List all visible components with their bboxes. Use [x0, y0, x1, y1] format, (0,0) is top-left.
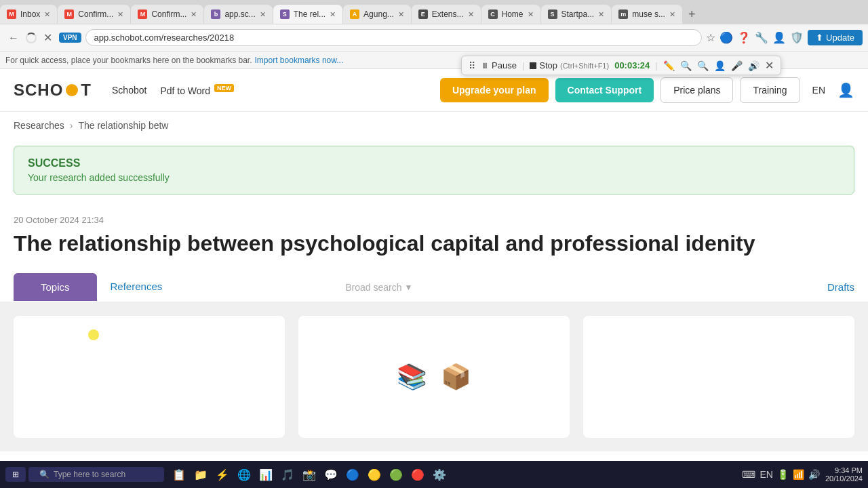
taskbar-icon-2[interactable]: 📁	[191, 465, 210, 484]
tray-icons: ⌨ EN 🔋 📶 🔊	[742, 469, 819, 480]
tray-icon-1[interactable]: ⌨	[742, 469, 755, 480]
address-bar[interactable]: app.schobot.com/researches/20218	[85, 29, 703, 46]
browser-tab-extensions[interactable]: E Extens... ✕	[412, 5, 481, 24]
separator2: |	[655, 60, 657, 70]
tab-close-icon[interactable]: ✕	[398, 10, 404, 19]
tray-icon-4[interactable]: 🔊	[808, 469, 820, 480]
volume-icon[interactable]: 🔊	[748, 60, 760, 71]
breadcrumb-researches[interactable]: Researches	[14, 120, 64, 131]
taskbar-icon-8[interactable]: 💬	[321, 465, 340, 484]
close-loading-button[interactable]: ✕	[41, 30, 55, 45]
taskbar-icon-9[interactable]: 🔵	[343, 465, 362, 484]
tab-close-icon[interactable]: ✕	[330, 10, 336, 19]
tab-close-icon[interactable]: ✕	[598, 10, 604, 19]
logo-text2: T	[81, 81, 92, 100]
extension-icon4[interactable]: 👤	[772, 31, 786, 44]
taskbar-icon-11[interactable]: 🟢	[387, 465, 406, 484]
extension-icon3[interactable]: 🔧	[755, 31, 768, 44]
extension-icon5[interactable]: 🛡️	[790, 31, 804, 44]
tab-topics[interactable]: Topics	[14, 273, 97, 301]
tab-label: Extens...	[432, 9, 464, 19]
browser-tab-startpage[interactable]: S Startpa... ✕	[541, 5, 612, 24]
extension-icon1[interactable]: 🔵	[719, 31, 733, 44]
extension-icon2[interactable]: ❓	[737, 31, 751, 44]
stop-button[interactable]: Stop (Ctrl+Shift+F1)	[530, 60, 609, 70]
nav-schobot[interactable]: Schobot	[112, 85, 146, 96]
browser-tab-home[interactable]: C Home ✕	[481, 5, 540, 24]
import-bookmarks-link[interactable]: Import bookmarks now...	[255, 56, 344, 65]
separator1: |	[522, 60, 524, 70]
contact-support-button[interactable]: Contact Support	[555, 78, 654, 102]
taskbar-icon-12[interactable]: 🔴	[408, 465, 427, 484]
recording-bar: ⠿ ⏸ Pause | Stop (Ctrl+Shift+F1) 00:03:2…	[461, 56, 781, 75]
clock-date: 20/10/2024	[825, 474, 863, 483]
browser-tab-confirm1[interactable]: M Confirm... ✕	[58, 5, 130, 24]
tray-icon-3[interactable]: 📶	[793, 469, 804, 480]
content-card-right	[583, 316, 854, 438]
app-header: SCHO T Schobot Pdf to Word NEW Upgrade y…	[0, 69, 868, 112]
zoom-out-icon[interactable]: 🔍	[697, 60, 709, 71]
content-area: 📚 📦	[0, 302, 868, 451]
taskbar-icon-3[interactable]: ⚡	[213, 465, 232, 484]
star-icon[interactable]: ☆	[706, 31, 715, 44]
browser-tab-gmail-inbox[interactable]: M Inbox ✕	[0, 5, 57, 24]
browser-tab-research-active[interactable]: S The rel... ✕	[273, 5, 342, 24]
browser-tab-agung[interactable]: A Agung... ✕	[343, 5, 411, 24]
taskbar-icon-1[interactable]: 📋	[170, 465, 189, 484]
stop-shortcut: (Ctrl+Shift+F1)	[560, 62, 609, 70]
app-content: SCHO T Schobot Pdf to Word NEW Upgrade y…	[0, 69, 868, 461]
taskbar-icon-6[interactable]: 🎵	[278, 465, 297, 484]
back-button[interactable]: ←	[5, 30, 22, 45]
broad-search-dropdown[interactable]: Broad search ▼	[345, 282, 412, 293]
start-button[interactable]: ⊞	[5, 467, 26, 482]
address-text: app.schobot.com/researches/20218	[94, 33, 235, 43]
tab-close-icon[interactable]: ✕	[117, 10, 123, 19]
recording-close-button[interactable]: ✕	[765, 59, 774, 72]
logo: SCHO T	[14, 81, 92, 100]
tray-icon-2[interactable]: 🔋	[777, 469, 789, 480]
taskbar-icon-10[interactable]: 🟡	[365, 465, 384, 484]
tab-close-icon[interactable]: ✕	[669, 10, 675, 19]
training-button[interactable]: Training	[740, 77, 800, 103]
browser-tab-schobot-app[interactable]: b app.sc... ✕	[204, 5, 272, 24]
tab-close-icon[interactable]: ✕	[260, 10, 266, 19]
taskbar-icon-13[interactable]: ⚙️	[430, 465, 449, 484]
mic-icon[interactable]: 🎤	[731, 60, 743, 71]
tab-bar: M Inbox ✕ M Confirm... ✕ M Confirm... ✕ …	[0, 0, 868, 24]
taskbar-search[interactable]: 🔍 Type here to search	[28, 467, 164, 482]
nav-pdf-to-word[interactable]: Pdf to Word NEW	[160, 85, 234, 96]
user-icon[interactable]: 👤	[714, 60, 726, 71]
tab-label: Startpa...	[561, 9, 595, 19]
taskbar-icons: 📋 📁 ⚡ 🌐 📊 🎵 📸 💬 🔵 🟡 🟢 🔴 ⚙️	[170, 465, 449, 484]
tab-references[interactable]: References	[97, 272, 176, 302]
grid-icon: ⠿	[469, 60, 475, 71]
tab-close-icon[interactable]: ✕	[528, 10, 534, 19]
taskbar-icon-7[interactable]: 📸	[300, 465, 319, 484]
pause-button[interactable]: ⏸ Pause	[481, 60, 517, 70]
search-placeholder: Type here to search	[54, 470, 125, 479]
user-profile-icon[interactable]: 👤	[837, 82, 854, 98]
update-button[interactable]: ⬆ Update	[808, 30, 863, 45]
language-button[interactable]: EN	[807, 79, 831, 101]
tray-lang[interactable]: EN	[760, 469, 772, 480]
vpn-badge[interactable]: VPN	[59, 33, 81, 43]
tab-drafts[interactable]: Drafts	[827, 281, 854, 293]
pause-icon: ⏸	[481, 61, 489, 70]
new-tab-button[interactable]: +	[683, 7, 701, 22]
taskbar-icon-4[interactable]: 🌐	[235, 465, 254, 484]
browser-tab-muse[interactable]: m muse s... ✕	[612, 5, 682, 24]
cursor-indicator	[88, 329, 99, 340]
pencil-icon[interactable]: ✏️	[663, 60, 675, 71]
browser-tab-confirm2[interactable]: M Confirm... ✕	[131, 5, 203, 24]
tab-close-icon[interactable]: ✕	[191, 10, 197, 19]
tab-close-icon[interactable]: ✕	[44, 10, 50, 19]
zoom-in-icon[interactable]: 🔍	[680, 60, 692, 71]
price-plans-button[interactable]: Price plans	[660, 77, 733, 103]
tab-close-icon[interactable]: ✕	[468, 10, 474, 19]
breadcrumb-separator: ›	[70, 120, 73, 131]
taskbar: ⊞ 🔍 Type here to search 📋 📁 ⚡ 🌐 📊 🎵 📸 💬 …	[0, 461, 868, 488]
upgrade-button[interactable]: Upgrade your plan	[440, 78, 549, 102]
content-card-left	[14, 316, 285, 438]
taskbar-icon-5[interactable]: 📊	[256, 465, 275, 484]
taskbar-clock[interactable]: 9:34 PM 20/10/2024	[825, 466, 863, 483]
